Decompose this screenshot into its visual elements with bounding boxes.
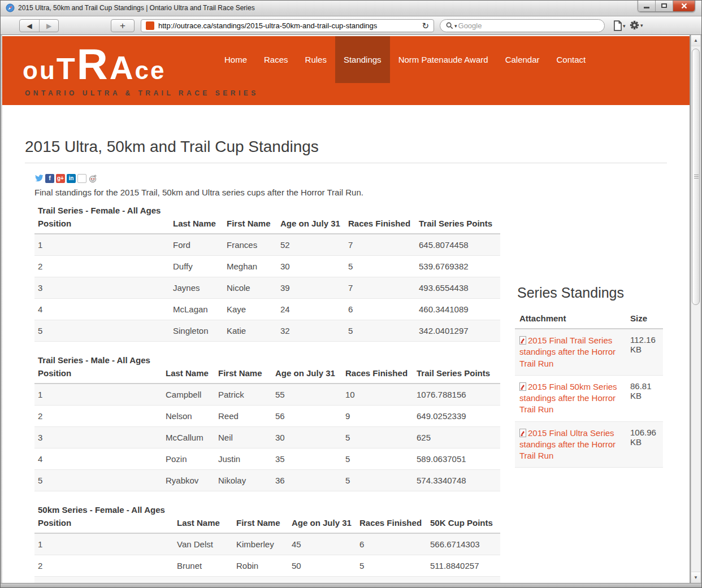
table-row: 2BrunetRobin505511.8840257 [34, 555, 500, 577]
column-header: Age on July 31 [280, 216, 348, 234]
title-divider [25, 163, 667, 163]
column-header: Position [34, 216, 173, 234]
cell: 342.0401297 [419, 320, 500, 342]
attachment-link[interactable]: 2015 Final 50km Series standings after t… [519, 382, 617, 415]
site-logo[interactable]: ouTRAce [23, 43, 166, 86]
linkedin-icon[interactable]: in [67, 174, 76, 183]
column-header: First Name [218, 366, 275, 384]
cell: Brunet [177, 555, 236, 577]
nav-item-races[interactable]: Races [255, 36, 297, 83]
cell: 2 [34, 406, 166, 427]
close-button[interactable] [673, 0, 695, 11]
nav-item-standings[interactable]: Standings [335, 36, 390, 83]
reload-icon[interactable]: ↻ [422, 21, 429, 30]
vertical-scrollbar[interactable]: ▲ ▼ [691, 35, 700, 583]
cell: 2015 Final 50km Series standings after t… [515, 375, 630, 421]
column-header: Age on July 31 [292, 516, 359, 533]
table-header-row: Position Last Name First Name Age on Jul… [34, 516, 500, 533]
cell: 5 [359, 555, 430, 577]
cell: 566.6714303 [430, 533, 500, 555]
column-header: First Name [227, 216, 280, 234]
back-button[interactable]: ◀ [20, 20, 39, 32]
cell: 5 [348, 256, 419, 277]
back-arrow-icon: ◀ [27, 22, 32, 30]
maximize-button[interactable] [656, 0, 673, 11]
cell: 5 [34, 470, 166, 491]
search-box[interactable]: ▾ [440, 19, 605, 32]
column-header: 50K Cup Points [430, 516, 500, 533]
export-button[interactable]: ▾ [613, 20, 626, 31]
search-input[interactable] [457, 21, 599, 31]
scrollbar-thumb[interactable] [692, 49, 700, 305]
table-caption: Trail Series - Female - All Ages [38, 206, 500, 215]
cell: 1 [34, 234, 173, 256]
url-text[interactable]: http://outrace.ca/standings/2015-ultra-5… [158, 21, 418, 30]
main-content: 2015 Ultra, 50km and Trail Cup Standings… [2, 138, 690, 583]
export-caret-icon: ▾ [623, 24, 626, 29]
nav-item-home[interactable]: Home [216, 36, 255, 83]
table-row: 4PozinJustin355589.0637051 [34, 448, 500, 470]
googleplus-icon[interactable]: g+ [56, 174, 65, 183]
scroll-down-button[interactable]: ▼ [691, 572, 700, 583]
cell: 460.3441089 [419, 299, 500, 320]
nav-item-rules[interactable]: Rules [297, 36, 335, 83]
facebook-icon[interactable]: f [45, 174, 54, 183]
browser-toolbar: ◀ ▶ + http://outrace.ca/standings/2015-u… [0, 16, 702, 35]
cell: 625 [417, 427, 500, 448]
table-header-row: Attachment Size [515, 311, 663, 329]
cell: Duffy [173, 256, 227, 277]
pdf-icon [519, 382, 526, 393]
cell: Ryabkov [166, 470, 218, 491]
cell: 7 [348, 234, 419, 256]
nav-item-norm-patenaude-award[interactable]: Norm Patenaude Award [390, 36, 497, 83]
nav-item-calendar[interactable]: Calendar [497, 36, 548, 83]
site-header: ouTRAce ONTARIO ULTRA & TRAIL RACE SERIE… [2, 36, 690, 105]
cell: Adi [236, 577, 292, 583]
cell: 56 [275, 406, 345, 427]
settings-button[interactable]: ▾ [630, 20, 643, 30]
attachment-row: 2015 Final Trail Series standings after … [515, 329, 663, 375]
page-title: 2015 Ultra, 50km and Trail Cup Standings [25, 138, 667, 156]
cell: 589.0637051 [417, 448, 500, 470]
cell: 45 [292, 533, 359, 555]
cell: 4 [34, 448, 166, 470]
address-bar[interactable]: http://outrace.ca/standings/2015-ultra-5… [141, 19, 434, 32]
gear-icon [630, 20, 639, 30]
attachment-link[interactable]: 2015 Final Trail Series standings after … [519, 336, 616, 368]
logo-text: R [77, 40, 110, 88]
cell: 649.0252339 [417, 406, 500, 427]
scrollbar-grip-icon [694, 175, 699, 180]
cell: 52 [292, 577, 359, 583]
cell: 24 [280, 299, 348, 320]
cell: 2 [34, 256, 173, 277]
column-header: Races Finished [345, 366, 417, 384]
cell: 7 [348, 277, 419, 299]
nav-item-contact[interactable]: Contact [548, 36, 595, 83]
logo-text: ce [135, 56, 166, 84]
article-column: f g+ in Final standings for the 2015 Tra… [34, 173, 500, 583]
cell: 1 [34, 533, 177, 555]
pdf-icon [519, 429, 526, 439]
window-titlebar[interactable]: 2015 Ultra, 50km and Trail Cup Standings… [0, 0, 702, 16]
cell: Meghan [227, 256, 280, 277]
cell: 55 [275, 384, 345, 406]
delicious-icon[interactable] [77, 174, 86, 183]
cell: 645.8074458 [419, 234, 500, 256]
attachment-link[interactable]: 2015 Final Ultra Series standings after … [519, 428, 616, 461]
reddit-icon[interactable] [88, 174, 97, 183]
table-row: 2NelsonReed569649.0252339 [34, 406, 500, 427]
cell: 5 [345, 427, 417, 448]
twitter-icon[interactable] [34, 174, 44, 183]
new-tab-button[interactable]: + [111, 19, 135, 32]
cell: 32 [280, 320, 348, 342]
scroll-up-button[interactable]: ▲ [691, 35, 700, 46]
cell: McCallum [166, 427, 218, 448]
cell: 9 [345, 406, 417, 427]
forward-button[interactable]: ▶ [39, 20, 58, 32]
minimize-button[interactable] [638, 0, 656, 11]
attachment-row: 2015 Final 50km Series standings after t… [515, 375, 663, 421]
table-row: 1CampbellPatrick55101076.788156 [34, 384, 500, 406]
history-buttons: ◀ ▶ [19, 19, 59, 32]
window-frame-left [0, 35, 2, 583]
table-row: 2DuffyMeghan305539.6769382 [34, 256, 500, 277]
